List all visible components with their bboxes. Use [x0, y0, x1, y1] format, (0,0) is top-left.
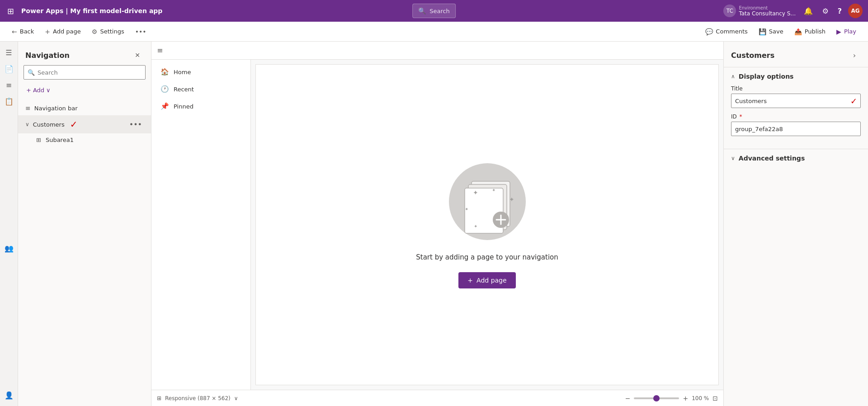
home-icon: 🏠 [160, 68, 169, 76]
user-icon-btn[interactable]: 👤 [2, 388, 16, 402]
id-field-group: ID * [731, 113, 861, 136]
nav-add-chevron-icon: ∨ [46, 87, 51, 94]
customers-chevron-icon: ∨ [25, 121, 29, 127]
canvas-hamburger-icon[interactable]: ≡ [157, 46, 163, 55]
zoom-slider-thumb[interactable] [653, 395, 660, 401]
canvas-nav-home[interactable]: 🏠 Home [151, 63, 250, 80]
help-icon[interactable]: ? [835, 4, 844, 18]
nav-search-field[interactable]: 🔍 [24, 65, 146, 80]
play-button[interactable]: ▶ Play [832, 25, 861, 38]
advanced-settings-title: Advanced settings [739, 155, 805, 162]
canvas-footer: ⊞ Responsive (887 × 562) ∨ − + 100 % ⊡ [151, 390, 723, 406]
right-panel: Customers › ∧ Display options Title ✓ ID… [723, 42, 868, 406]
environment-avatar: TC [723, 5, 736, 17]
back-label: Back [20, 28, 34, 35]
canvas-add-page-label: Add page [476, 277, 507, 284]
advanced-settings-header[interactable]: ∨ Advanced settings [724, 155, 868, 167]
play-icon: ▶ [836, 28, 841, 35]
svg-text:✦: ✦ [465, 207, 468, 212]
publish-icon: 📤 [794, 28, 802, 35]
subarea-icon: ⊞ [36, 137, 41, 143]
play-label: Play [844, 28, 856, 35]
comments-label: Comments [716, 28, 747, 35]
settings-button[interactable]: ⚙ Settings [87, 25, 129, 38]
canvas-toolbar: ≡ [151, 42, 723, 60]
nav-bar-label: Navigation bar [34, 105, 78, 112]
more-icon: ••• [135, 28, 146, 35]
responsive-icon: ⊞ [157, 395, 161, 401]
display-options-section: ∧ Display options Title ✓ ID * [724, 67, 868, 147]
canvas-nav-pinned[interactable]: 📌 Pinned [151, 98, 250, 115]
nav-bar-item[interactable]: ≡ Navigation bar [18, 101, 151, 115]
notifications-icon[interactable]: 🔔 [801, 4, 816, 18]
empty-state-illustration: ✦ ✦ ✦ ✦ ✦ [447, 161, 528, 242]
right-panel-next-button[interactable]: › [848, 49, 861, 61]
customers-group-header[interactable]: ∨ Customers ✓ ••• [18, 115, 151, 133]
canvas-nav-recent[interactable]: 🕐 Recent [151, 80, 250, 98]
settings-icon[interactable]: ⚙ [819, 4, 831, 18]
svg-text:✦: ✦ [474, 224, 477, 229]
back-icon: ← [12, 28, 17, 35]
title-field-group: Title ✓ [731, 85, 861, 108]
canvas-nav-recent-label: Recent [174, 86, 194, 93]
gear-icon: ⚙ [92, 28, 98, 35]
canvas-empty-state: ✦ ✦ ✦ ✦ ✦ Start by adding a page to your… [255, 64, 719, 385]
title-input-wrapper: ✓ [731, 94, 861, 108]
save-button[interactable]: 💾 Save [754, 25, 788, 38]
top-nav-right-actions: TC Environment Tata Consultancy Servic..… [723, 4, 863, 18]
advanced-settings-chevron-icon: ∨ [731, 155, 735, 161]
app-title: Power Apps | My first model-driven app [21, 7, 162, 14]
pinned-icon: 📌 [160, 102, 169, 110]
title-red-checkmark: ✓ [850, 96, 857, 106]
customers-more-button[interactable]: ••• [127, 119, 144, 130]
list-icon-btn[interactable]: 📋 [2, 94, 16, 109]
back-button[interactable]: ← Back [7, 25, 38, 38]
nav-icon-btn[interactable]: ≡ [2, 78, 16, 92]
right-panel-header: Customers › [724, 42, 868, 67]
add-page-button[interactable]: + Add page [40, 25, 85, 38]
fit-icon[interactable]: ⊡ [712, 395, 718, 402]
publish-button[interactable]: 📤 Publish [790, 25, 830, 38]
nav-add-button[interactable]: + Add ∨ [24, 85, 146, 95]
command-bar: ← Back + Add page ⚙ Settings ••• 💬 Comme… [0, 22, 868, 42]
nav-panel-header: Navigation ✕ [18, 42, 151, 65]
comments-icon: 💬 [705, 28, 713, 35]
canvas-main-area: 🏠 Home 🕐 Recent 📌 Pinned [151, 60, 723, 390]
waffle-icon[interactable]: ⊞ [5, 5, 16, 18]
section-divider [724, 149, 868, 149]
people-icon-btn[interactable]: 👥 [2, 241, 16, 255]
environment-text: Environment Tata Consultancy Servic... [739, 5, 797, 17]
title-input[interactable] [731, 94, 861, 108]
nav-search-icon: 🔍 [28, 69, 35, 76]
display-options-header[interactable]: ∧ Display options [731, 73, 861, 80]
nav-panel-title: Navigation [25, 51, 70, 60]
id-field-label: ID * [731, 113, 861, 120]
global-search-bar[interactable]: 🔍 Search [412, 4, 456, 18]
zoom-slider[interactable] [634, 397, 679, 399]
main-layout: ☰ 📄 ≡ 📋 👥 👤 Navigation ✕ 🔍 + Add ∨ ≡ Nav… [0, 42, 868, 406]
nav-search-input[interactable] [38, 69, 142, 76]
zoom-out-icon[interactable]: − [625, 395, 631, 402]
user-avatar[interactable]: AG [848, 4, 863, 18]
search-placeholder: Search [429, 8, 450, 14]
icon-bar: ☰ 📄 ≡ 📋 👥 👤 [0, 42, 18, 406]
canvas-add-page-button[interactable]: + Add page [458, 272, 515, 288]
pages-icon-btn[interactable]: 📄 [2, 61, 16, 76]
comments-button[interactable]: 💬 Comments [701, 25, 752, 38]
svg-text:✦: ✦ [473, 189, 478, 196]
nav-close-button[interactable]: ✕ [131, 49, 144, 61]
display-options-title: Display options [739, 73, 794, 80]
id-input[interactable] [731, 122, 861, 136]
subarea1-item[interactable]: ⊞ Subarea1 [18, 133, 151, 146]
nav-add-plus-icon: + [26, 87, 31, 94]
search-icon: 🔍 [418, 7, 426, 14]
display-options-chevron-icon: ∧ [731, 73, 735, 80]
more-button[interactable]: ••• [131, 25, 151, 38]
sidebar-toggle-btn[interactable]: ☰ [2, 45, 16, 60]
right-panel-title: Customers [731, 51, 774, 60]
add-icon: + [45, 28, 50, 35]
environment-label: Environment [739, 5, 797, 10]
environment-name: Tata Consultancy Servic... [739, 10, 797, 17]
id-required-marker: * [738, 113, 742, 120]
zoom-in-icon[interactable]: + [683, 395, 688, 402]
